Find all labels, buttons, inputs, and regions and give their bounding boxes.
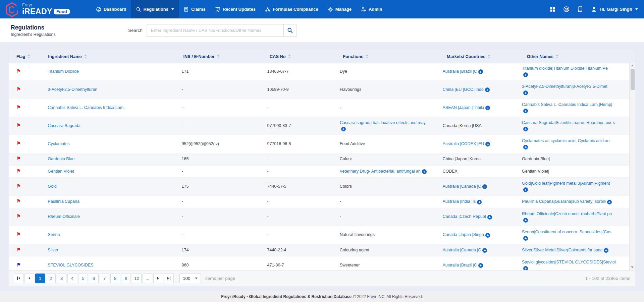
sort-icon[interactable]: [288, 54, 291, 58]
expand-plus-icon[interactable]: +: [523, 90, 528, 95]
user-menu[interactable]: Hi, Gargi Singh: [591, 6, 638, 12]
other-names-text[interactable]: Cannabis Sativa L. Cannabis Indica Lam.|…: [522, 102, 612, 107]
flag-icon[interactable]: ⚑: [16, 247, 21, 253]
functions-text[interactable]: Veterinary Drug- Antibacterial, antifung…: [340, 169, 421, 174]
brand-logo-block[interactable]: Freyr iREADY Food: [0, 2, 76, 17]
other-names-text[interactable]: 3-Acetyl-2,5-Dimethylfuran|3-Acetyl-2,5-…: [522, 84, 607, 89]
ingredient-name-link[interactable]: Senna: [48, 232, 60, 237]
nav-item-formulae-compliance[interactable]: Formulae Compliance: [260, 0, 323, 18]
expand-plus-icon[interactable]: +: [482, 184, 487, 189]
search-input[interactable]: [147, 24, 283, 37]
markets-countries-link[interactable]: Australia |India |Is: [442, 199, 476, 204]
markets-countries-link[interactable]: Australia |Brazil |C: [442, 263, 477, 267]
ingredient-name-link[interactable]: Gold: [48, 184, 56, 189]
column-header-functions[interactable]: Functions: [339, 54, 443, 59]
sort-icon[interactable]: [556, 54, 558, 58]
page-ellipsis-button[interactable]: ...: [143, 274, 152, 283]
expand-plus-icon[interactable]: +: [478, 263, 483, 268]
page-button-9[interactable]: 9: [121, 274, 131, 283]
expand-plus-icon[interactable]: +: [485, 233, 490, 238]
expand-plus-icon[interactable]: +: [482, 248, 487, 253]
next-page-button[interactable]: [153, 274, 163, 283]
page-button-8[interactable]: 8: [110, 274, 120, 283]
page-button-3[interactable]: 3: [57, 274, 66, 283]
flag-icon[interactable]: ⚑: [16, 213, 21, 219]
first-page-button[interactable]: [14, 274, 23, 283]
flag-icon[interactable]: ⚑: [16, 168, 21, 174]
flag-icon[interactable]: ⚑: [16, 122, 21, 128]
last-page-button[interactable]: [164, 274, 174, 283]
expand-plus-icon[interactable]: +: [523, 266, 528, 270]
other-names-text[interactable]: Silver|Silver Metal|Silver(Colorants for…: [522, 248, 602, 252]
markets-countries-link[interactable]: Canada |Japan |Singa: [442, 232, 484, 237]
ingredient-name-link[interactable]: Cascara Sagrada: [48, 123, 80, 128]
sort-icon[interactable]: [488, 54, 490, 58]
ingredient-name-link[interactable]: Paullinia Cupana: [48, 199, 79, 204]
other-names-text[interactable]: Cascara Sagrada|Scientific name: Rhamnus…: [522, 120, 615, 125]
ingredient-name-link[interactable]: STEVIOL GLYCOSIDES: [48, 263, 93, 267]
flag-icon[interactable]: ⚑: [16, 140, 21, 146]
expand-plus-icon[interactable]: +: [341, 127, 346, 131]
page-button-7[interactable]: 7: [100, 274, 109, 283]
scroll-up-button[interactable]: [630, 63, 635, 68]
nav-item-manage[interactable]: Manage: [323, 0, 356, 18]
other-names-text[interactable]: Paullinia Cupana|Guarana|sub variety: so…: [522, 199, 606, 204]
markets-countries-link[interactable]: China |EU |GCC |Indo: [442, 87, 483, 92]
ingredient-name-link[interactable]: Titanium Dioxide: [48, 69, 79, 74]
book-icon[interactable]: [577, 6, 583, 12]
ingredient-name-link[interactable]: Cannabis Sativa L. Cannabis Indica Lam.: [48, 105, 124, 110]
page-button-6[interactable]: 6: [89, 274, 99, 283]
apps-grid-icon[interactable]: [549, 6, 556, 12]
ingredient-name-link[interactable]: Gentian Violet: [48, 169, 74, 174]
items-per-page-select[interactable]: 100: [179, 273, 201, 283]
other-names-text[interactable]: Senna|Constituent of concern: Sennosides…: [522, 230, 611, 234]
expand-plus-icon[interactable]: +: [523, 218, 528, 223]
expand-plus-icon[interactable]: +: [478, 69, 483, 74]
column-header-flag[interactable]: Flag: [9, 54, 45, 59]
markets-countries-link[interactable]: Australia |CODEX |EU: [442, 141, 484, 146]
other-names-text[interactable]: Gold|Gold leaf|Pigment metal 3|Aurum|Pig…: [522, 181, 610, 186]
markets-countries-link[interactable]: Australia |Canada |C: [442, 248, 481, 252]
expand-plus-icon[interactable]: +: [523, 187, 528, 192]
ingredient-name-link[interactable]: Cyclamates: [48, 141, 69, 146]
flag-icon[interactable]: ⚑: [16, 156, 21, 162]
nav-item-recent-updates[interactable]: Recent Updates: [210, 0, 260, 18]
flag-icon[interactable]: ⚑: [16, 231, 21, 237]
expand-plus-icon[interactable]: +: [487, 215, 492, 220]
flag-icon[interactable]: ⚑: [16, 198, 21, 204]
expand-plus-icon[interactable]: +: [523, 109, 528, 113]
sort-icon[interactable]: [28, 54, 30, 58]
sort-icon[interactable]: [366, 54, 368, 58]
nav-item-regulations[interactable]: Regulations: [131, 0, 179, 18]
flag-icon[interactable]: ⚑: [16, 86, 21, 92]
nav-item-claims[interactable]: Claims: [179, 0, 210, 18]
sort-icon[interactable]: [84, 54, 87, 58]
sort-icon[interactable]: [217, 54, 220, 58]
column-header-markets[interactable]: Markets/ Countries: [443, 54, 524, 59]
expand-plus-icon[interactable]: +: [485, 106, 490, 110]
expand-plus-icon[interactable]: +: [523, 72, 528, 77]
table-scrollbar[interactable]: [629, 63, 635, 270]
nav-item-admin[interactable]: Admin: [356, 0, 387, 18]
markets-countries-link[interactable]: ASEAN |Japan |Thaila: [442, 105, 484, 110]
page-button-5[interactable]: 5: [78, 274, 88, 283]
page-button-1[interactable]: 1: [35, 274, 45, 283]
expand-plus-icon[interactable]: +: [485, 142, 490, 146]
flag-icon[interactable]: ⚑: [16, 104, 21, 110]
ingredient-name-link[interactable]: 3-Acetyl-2,5-Dimethylfuran: [48, 87, 97, 92]
column-header-ingredient[interactable]: Ingredient Name: [45, 54, 180, 59]
previous-page-button[interactable]: [24, 274, 34, 283]
message-icon[interactable]: [563, 6, 570, 12]
flag-icon[interactable]: ⚑: [16, 262, 21, 268]
column-header-other-names[interactable]: Other Names: [524, 54, 635, 59]
ingredient-name-link[interactable]: Rheum Officinale: [48, 214, 80, 219]
page-button-10[interactable]: 10: [132, 274, 142, 283]
ingredient-name-link[interactable]: Silver: [48, 248, 58, 252]
column-header-ins[interactable]: INS / E-Number: [180, 54, 266, 59]
flag-icon[interactable]: ⚑: [16, 68, 21, 74]
column-header-cas[interactable]: CAS No: [266, 54, 339, 59]
expand-plus-icon[interactable]: +: [604, 248, 608, 253]
expand-plus-icon[interactable]: +: [477, 200, 482, 204]
markets-countries-link[interactable]: Canada |Czech Republ: [442, 214, 486, 219]
nav-item-dashboard[interactable]: Dashboard: [91, 0, 131, 18]
